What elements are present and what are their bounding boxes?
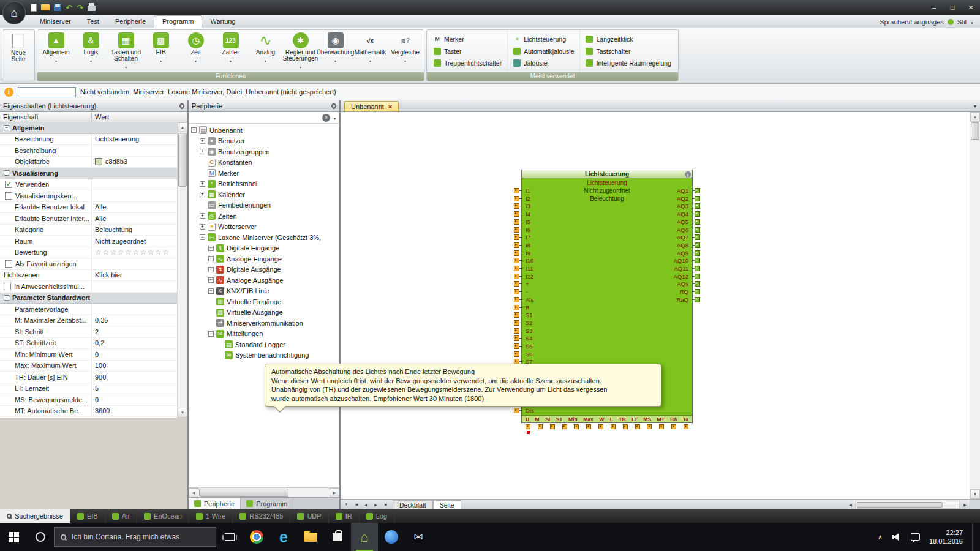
expander-minus-icon[interactable] bbox=[208, 331, 214, 337]
page-tab-deckblatt[interactable]: Deckblatt bbox=[393, 500, 433, 509]
tree-item-virtuelle-eingänge[interactable]: ▥Virtuelle Eingänge bbox=[189, 296, 339, 307]
output-pin-icon[interactable] bbox=[695, 211, 700, 217]
mail-button[interactable] bbox=[405, 523, 432, 551]
new-file-icon[interactable] bbox=[31, 4, 37, 12]
ribbon-item-intelligente-raumregelung[interactable]: Intelligente Raumregelung bbox=[586, 59, 671, 67]
tree-item-unbenannt[interactable]: ▤Unbenannt bbox=[189, 125, 339, 136]
ribbon-button-regler-und-steuerungen[interactable]: ✱Regler und Steuerungen bbox=[283, 31, 318, 72]
block-input-i3[interactable]: I3 bbox=[522, 203, 530, 209]
collapse-icon[interactable] bbox=[4, 125, 9, 130]
page-tab-seite[interactable]: Seite bbox=[433, 500, 461, 509]
checkbox[interactable] bbox=[5, 181, 12, 188]
blue-app-button[interactable] bbox=[378, 523, 405, 551]
collapse-icon[interactable] bbox=[4, 295, 9, 301]
property-row-th-dauer-s-ein[interactable]: TH: Dauer [s] EIN900 bbox=[0, 372, 177, 383]
property-row-si-schritt[interactable]: SI: Schritt2 bbox=[0, 326, 177, 338]
taskbar-search[interactable]: Ich bin Cortana. Frag mich etwas. bbox=[54, 527, 216, 547]
tree-item-miniserverkommunikation[interactable]: ⇄Miniserverkommunikation bbox=[189, 318, 339, 329]
ribbon-button-mathematik[interactable]: √xMathematik bbox=[353, 31, 388, 72]
param-pin-icon[interactable] bbox=[623, 424, 628, 429]
scroll-up-icon[interactable] bbox=[970, 112, 980, 122]
block-output-aq11[interactable]: AQ11 bbox=[674, 265, 692, 272]
tree-item-zeiten[interactable]: ◷Zeiten bbox=[189, 211, 339, 222]
block-input-r[interactable]: R bbox=[522, 304, 530, 311]
property-row-lt-lernzeit[interactable]: LT: Lernzeit5 bbox=[0, 383, 177, 395]
pin-icon[interactable] bbox=[330, 102, 337, 109]
menu-tab-programm[interactable]: Programm bbox=[154, 15, 202, 28]
input-pin-icon[interactable] bbox=[514, 281, 519, 287]
input-pin-icon[interactable] bbox=[514, 188, 519, 193]
hscroll-track[interactable] bbox=[198, 488, 330, 497]
ribbon-button-zeit[interactable]: ◷Zeit bbox=[178, 31, 213, 72]
expander-plus-icon[interactable] bbox=[200, 181, 205, 187]
block-input-[interactable]: - bbox=[522, 288, 527, 295]
input-pin-icon[interactable] bbox=[514, 408, 519, 413]
block-input-i8[interactable]: I8 bbox=[522, 242, 530, 249]
ribbon-item-lichtsteuerung[interactable]: ☀Lichtsteuerung bbox=[513, 36, 574, 43]
redo-icon[interactable] bbox=[77, 3, 83, 12]
block-input-s1[interactable]: S1 bbox=[522, 312, 533, 318]
store-button[interactable] bbox=[324, 523, 351, 551]
input-pin-icon[interactable] bbox=[514, 335, 519, 341]
hscroll-thumb[interactable] bbox=[199, 489, 288, 497]
output-pin-icon[interactable] bbox=[695, 297, 700, 302]
minimize-button[interactable] bbox=[925, 0, 943, 15]
tree-item-kalender[interactable]: ▦Kalender bbox=[189, 189, 339, 200]
expander-plus-icon[interactable] bbox=[208, 256, 214, 261]
block-input-i6[interactable]: I6 bbox=[522, 227, 530, 233]
ribbon-item-tastschalter[interactable]: Tastschalter bbox=[586, 48, 671, 55]
expander-minus-icon[interactable] bbox=[191, 127, 197, 133]
block-header[interactable]: Lichtsteuerung bbox=[521, 170, 693, 178]
properties-scrollbar[interactable] bbox=[177, 122, 187, 418]
file-explorer-button[interactable] bbox=[297, 523, 324, 551]
property-row-bewertung[interactable]: Bewertung☆☆☆☆☆☆☆☆☆☆ bbox=[0, 247, 177, 259]
pin-icon[interactable] bbox=[178, 102, 185, 109]
property-row-parametervorlage[interactable]: Parametervorlage bbox=[0, 304, 177, 315]
param-pin-icon[interactable] bbox=[684, 424, 688, 429]
dock-tab-1-wire[interactable]: 1-Wire bbox=[189, 509, 233, 523]
block-input-dis[interactable]: Dis bbox=[522, 407, 534, 414]
param-pin-icon[interactable] bbox=[538, 424, 543, 429]
property-row-kategorie[interactable]: KategorieBeleuchtung bbox=[0, 225, 177, 236]
program-canvas[interactable]: Lichtsteuerung Lichtsteuerung Nicht zuge… bbox=[341, 112, 970, 499]
action-center-icon[interactable] bbox=[911, 533, 920, 541]
ribbon-item-automatikjalousie[interactable]: Automatikjalousie bbox=[513, 48, 574, 55]
input-pin-icon[interactable] bbox=[514, 305, 519, 310]
property-row-ms-bewegungsmelde[interactable]: MS: Bewegungsmelde...0 bbox=[0, 394, 177, 406]
tree-item-betriebsmodi[interactable]: *Betriebsmodi bbox=[189, 179, 339, 190]
dock-tab-eib[interactable]: EIB bbox=[70, 509, 105, 523]
ribbon-button-vergleiche[interactable]: ≶?Vergleiche bbox=[388, 31, 423, 72]
output-pin-icon[interactable] bbox=[695, 266, 700, 271]
style-menu[interactable]: Stil bbox=[957, 18, 967, 26]
close-tab-icon[interactable] bbox=[388, 103, 392, 110]
block-input-i12[interactable]: I12 bbox=[522, 273, 533, 280]
expander-plus-icon[interactable] bbox=[200, 138, 205, 144]
block-input-s5[interactable]: S5 bbox=[522, 343, 533, 350]
tree-hscrollbar[interactable] bbox=[189, 487, 339, 497]
block-output-rq[interactable]: RQ bbox=[680, 288, 692, 295]
start-button[interactable] bbox=[0, 523, 27, 551]
block-output-aq4[interactable]: AQ4 bbox=[677, 211, 692, 217]
tree-item-standard-logger[interactable]: ▤Standard Logger bbox=[189, 339, 339, 350]
output-pin-icon[interactable] bbox=[695, 196, 700, 201]
block-output-aq1[interactable]: AQ1 bbox=[677, 187, 692, 194]
property-row-raum[interactable]: RaumNicht zugeordnet bbox=[0, 236, 177, 247]
property-row-visualisierung[interactable]: Visualisierung bbox=[0, 168, 177, 179]
output-pin-icon[interactable] bbox=[695, 250, 700, 256]
tree-item-virtuelle-ausgänge[interactable]: ▨Virtuelle Ausgänge bbox=[189, 307, 339, 318]
property-row-bezeichnung[interactable]: BezeichnungLichtsteuerung bbox=[0, 134, 177, 146]
property-row-parameter-standardwert[interactable]: Parameter Standardwert bbox=[0, 293, 177, 304]
block-input-als[interactable]: Als bbox=[522, 296, 533, 303]
expander-plus-icon[interactable] bbox=[200, 192, 205, 197]
param-pin-icon[interactable] bbox=[574, 424, 579, 429]
block-output-aqs[interactable]: AQs bbox=[677, 280, 692, 287]
input-pin-icon[interactable] bbox=[514, 203, 519, 209]
menu-tab-wartung[interactable]: Wartung bbox=[202, 16, 243, 28]
ribbon-button-tasten-und-schalten[interactable]: ▦Tasten und Schalten bbox=[108, 31, 143, 72]
loxone-config-button[interactable] bbox=[351, 523, 378, 551]
block-output-aq6[interactable]: AQ6 bbox=[677, 227, 692, 233]
dock-tab-rs232-485[interactable]: RS232/485 bbox=[233, 509, 290, 523]
input-pin-icon[interactable] bbox=[514, 219, 519, 225]
ribbon-item-langzeitklick[interactable]: Langzeitklick bbox=[586, 36, 671, 43]
property-row-visualisierungsken[interactable]: Visualisierungsken... bbox=[0, 190, 177, 202]
